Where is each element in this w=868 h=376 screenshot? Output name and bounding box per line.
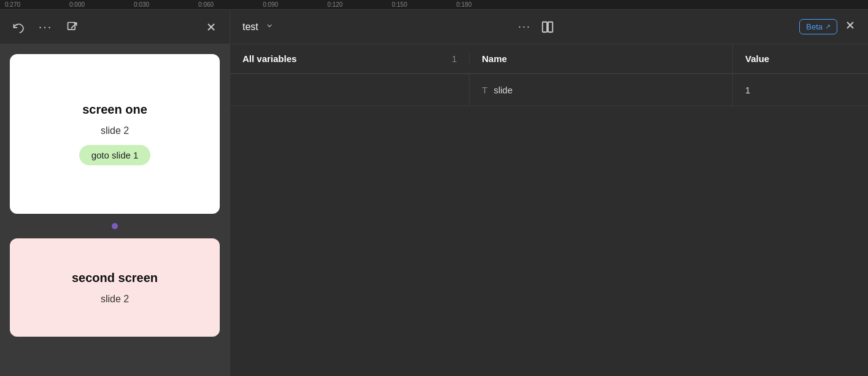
slide-card-second-screen-content: second screen slide 2 [10,238,220,337]
main-area: ··· [0,10,868,376]
variables-area: All variables 1 Name Value T slide [230,44,868,376]
column-value-header: Value [733,44,868,73]
all-variables-text: All variables [242,53,296,64]
var-value-text: 1 [745,85,750,95]
variable-row-slide: T slide 1 [230,74,868,106]
variables-header-row: All variables 1 Name Value [230,44,868,74]
slide-card-screen-one-content: screen one slide 2 goto slide 1 [10,54,220,214]
external-link-button[interactable] [64,18,81,36]
project-name: test [242,22,258,33]
column-name-header: Name [470,44,733,73]
screen-one-title: screen one [82,103,147,117]
second-screen-title: second screen [72,271,158,285]
var-row-left-empty [230,74,470,106]
left-panel-header: ··· [0,10,230,44]
beta-label: Beta [806,22,823,31]
chevron-down-icon [266,22,273,31]
var-name-cell[interactable]: T slide [470,74,733,106]
var-name-text: slide [494,85,513,95]
goto-slide-1-button[interactable]: goto slide 1 [79,145,151,165]
connector-dot [112,223,118,229]
ruler-marks: 0:270 0:000 0:030 0:060 0:090 0:120 0:15… [5,1,471,8]
right-panel-header: test ··· B [230,10,868,44]
more-options-button[interactable]: ··· [518,20,531,33]
right-header-center: ··· [518,20,554,34]
svg-rect-3 [543,22,547,32]
slide-card-second-screen[interactable]: second screen slide 2 [10,238,220,337]
slides-container: screen one slide 2 goto slide 1 second s… [0,44,230,376]
slide-connector [10,221,220,231]
right-header-left: test [242,22,273,33]
type-text-icon: T [482,85,487,95]
right-panel: test ··· B [230,10,868,376]
layout-toggle-button[interactable] [541,20,554,34]
screen-one-slide-label: slide 2 [101,125,129,136]
undo-button[interactable] [10,18,27,36]
svg-rect-4 [548,22,552,32]
beta-button[interactable]: Beta ↗ [799,19,837,34]
right-header-right: Beta ↗ [799,19,856,34]
slide-card-screen-one[interactable]: screen one slide 2 goto slide 1 [10,54,220,214]
var-value-cell[interactable]: 1 [733,74,868,106]
right-panel-close-button[interactable] [845,20,856,34]
ruler-bar: 0:270 0:000 0:030 0:060 0:090 0:120 0:15… [0,0,868,10]
left-panel-close-button[interactable] [203,18,220,36]
variables-count: 1 [452,54,457,64]
all-variables-label: All variables 1 [230,53,470,64]
more-button[interactable]: ··· [37,18,54,36]
beta-external-icon: ↗ [825,23,831,31]
left-panel: ··· [0,10,230,376]
second-screen-slide-label: slide 2 [101,294,129,305]
left-header-icons: ··· [10,18,81,36]
